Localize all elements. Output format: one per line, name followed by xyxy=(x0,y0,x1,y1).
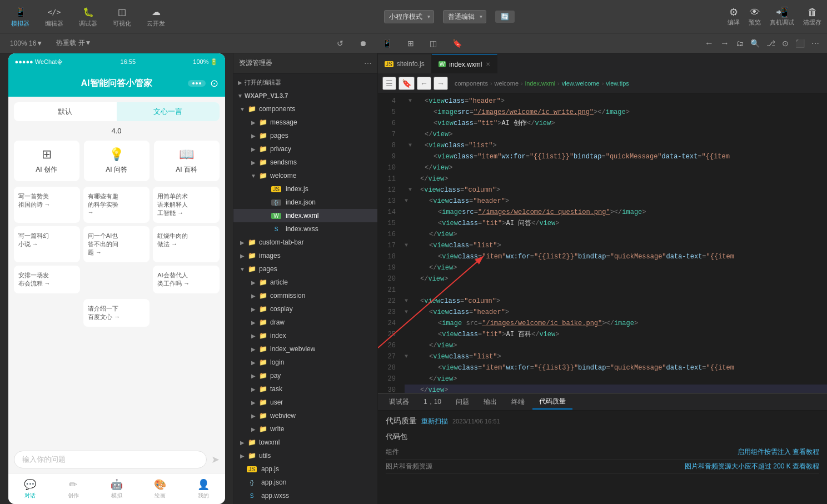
tree-pages[interactable]: ▼ 📁 pages xyxy=(233,262,377,276)
file-action-more[interactable]: ⋯ xyxy=(364,59,372,68)
quick-item-3[interactable]: 写一篇科幻 小说 → xyxy=(14,226,80,262)
compile-select-wrapper[interactable]: 普通编辑 xyxy=(443,10,486,23)
tree-index-page[interactable]: ▶ 📁 index xyxy=(233,329,377,342)
tree-user[interactable]: ▶ 📁 user xyxy=(233,396,377,409)
tab-terminal[interactable]: 终端 xyxy=(505,395,531,409)
tree-welcome[interactable]: ▼ 📁 welcome xyxy=(233,169,377,182)
toolbar-visual[interactable]: ◫ 可视化 xyxy=(107,3,137,30)
editor-nav-back[interactable]: ← xyxy=(417,77,431,90)
bookmark-btn[interactable]: 🔖 xyxy=(450,38,464,49)
tree-section-open[interactable]: ▶ 打开的编辑器 xyxy=(233,76,377,89)
nav-chat[interactable]: 💬 对话 xyxy=(8,478,52,500)
nav-draw[interactable]: 🎨 绘画 xyxy=(138,478,182,500)
quick-item-10[interactable]: 请介绍一下 百度文心 → xyxy=(83,299,150,327)
tree-index-webview[interactable]: ▶ 📁 index_webview xyxy=(233,342,377,356)
debug-nav-btn[interactable]: ⊙ xyxy=(780,38,791,49)
quick-item-1[interactable]: 有哪些有趣 的科学实验 → xyxy=(83,187,150,223)
quick-item-2[interactable]: 用简单的术 语来解释人 工智能 → xyxy=(153,187,219,223)
tree-app-json[interactable]: {} app.json xyxy=(233,476,377,489)
search-nav-btn[interactable]: 🔍 xyxy=(748,38,762,49)
more-nav-btn[interactable]: ⋯ xyxy=(809,38,821,49)
feature-write[interactable]: ⊞ AI 创作 xyxy=(14,141,79,181)
tree-index-wxml[interactable]: W index.wxml xyxy=(233,209,377,222)
nav-right-btn[interactable]: → xyxy=(718,37,731,49)
nav-simulate[interactable]: 🤖 模拟 xyxy=(95,478,138,500)
grid-btn[interactable]: ⊞ xyxy=(405,38,416,49)
code-editor[interactable]: 4 5 6 7 8 9 10 11 12 13 14 15 16 17 18 1… xyxy=(378,93,827,393)
tree-webview[interactable]: ▶ 📁 webview xyxy=(233,409,377,422)
zoom-control[interactable]: 100% 16▼ xyxy=(6,38,47,48)
breadcrumb-view-welcome[interactable]: view.welcome xyxy=(562,80,600,87)
collapse-4[interactable]: ▼ xyxy=(405,96,416,107)
rescan-btn[interactable]: 重新扫描 xyxy=(421,417,448,426)
mode-select[interactable]: 小程序模式 xyxy=(384,10,434,23)
tab-output[interactable]: 输出 xyxy=(477,395,504,409)
compile-action[interactable]: ⚙ 编译 xyxy=(728,6,740,27)
tree-cosplay[interactable]: ▶ 📁 cosplay xyxy=(233,302,377,316)
quality-link-1[interactable]: 图片和音频资源大小应不超过 200 K 查看教程 xyxy=(685,462,819,471)
tree-sendsms[interactable]: ▶ 📁 sendsms xyxy=(233,156,377,169)
clear-cache-action[interactable]: 🗑 清缓存 xyxy=(803,7,821,27)
real-device-action[interactable]: 📲 真机调试 xyxy=(770,6,794,27)
feature-baike[interactable]: 📖 AI 百科 xyxy=(154,141,220,181)
tree-section-wxapp[interactable]: ▼ WXAPP_V1.3.7 xyxy=(233,89,377,102)
mode-select-wrapper[interactable]: 小程序模式 xyxy=(384,10,434,23)
phone-camera-icon[interactable]: ⊙ xyxy=(210,77,218,89)
preview-action[interactable]: 👁 预览 xyxy=(749,7,761,27)
tab-debugger[interactable]: 调试器 xyxy=(382,395,416,409)
quick-item-8[interactable]: AI会替代人 类工作吗 → xyxy=(153,266,219,293)
quick-item-0[interactable]: 写一首赞美 祖国的诗 → xyxy=(14,187,80,223)
tree-components[interactable]: ▼ 📁 components xyxy=(233,102,377,116)
compile-btn[interactable]: 🔄 xyxy=(495,11,515,23)
toolbar-simulator[interactable]: 📱 模拟器 xyxy=(6,3,35,30)
phone-body[interactable]: 默认 文心一言 4.0 ⊞ AI 创作 💡 AI 问答 📖 xyxy=(8,97,225,446)
feature-qa[interactable]: 💡 AI 问答 xyxy=(84,141,150,181)
tab-problems[interactable]: 问题 xyxy=(449,395,476,409)
git-nav-btn[interactable]: ⎇ xyxy=(764,38,778,49)
toolbar-debugger[interactable]: 🐛 调试器 xyxy=(73,3,103,30)
tree-write[interactable]: ▶ 📁 write xyxy=(233,422,377,436)
tree-pay[interactable]: ▶ 📁 pay xyxy=(233,369,377,382)
quality-link-0[interactable]: 启用组件按需注入 查看教程 xyxy=(738,447,819,457)
record-btn[interactable]: ⏺ xyxy=(357,38,369,49)
breadcrumb-welcome[interactable]: welcome xyxy=(495,80,519,87)
phone-send-icon[interactable]: ➤ xyxy=(211,453,220,466)
ext-nav-btn[interactable]: ⬛ xyxy=(793,38,807,49)
tree-utils[interactable]: ▶ 📁 utils xyxy=(233,449,377,462)
quick-item-6[interactable]: 安排一场发 布会流程 → xyxy=(14,266,80,293)
tree-commission[interactable]: ▶ 📁 commission xyxy=(233,289,377,302)
quick-item-5[interactable]: 红烧牛肉的 做法 → xyxy=(153,226,219,262)
model-tab-default[interactable]: 默认 xyxy=(14,102,117,121)
tree-app-wxss[interactable]: S app.wxss xyxy=(233,489,377,502)
phone-input[interactable]: 输入你的问题 xyxy=(14,451,207,468)
tree-towxml[interactable]: ▶ 📁 towxml xyxy=(233,436,377,449)
tree-index-js[interactable]: JS index.js xyxy=(233,182,377,196)
editor-nav-forward[interactable]: → xyxy=(434,77,448,90)
tree-index-json[interactable]: {} index.json xyxy=(233,196,377,209)
tree-images[interactable]: ▶ 📁 images xyxy=(233,249,377,262)
tree-app-js[interactable]: JS app.js xyxy=(233,462,377,476)
tree-pages-comp[interactable]: ▶ 📁 pages xyxy=(233,129,377,142)
refresh-btn[interactable]: ↺ xyxy=(335,38,346,49)
tab-code-quality[interactable]: 代码质量 xyxy=(532,395,572,410)
wxml-tab-close[interactable]: ✕ xyxy=(486,61,490,67)
toolbar-editor[interactable]: </> 编辑器 xyxy=(39,3,69,30)
tree-custom-tab-bar[interactable]: ▶ 📁 custom-tab-bar xyxy=(233,236,377,249)
breadcrumb-file[interactable]: index.wxml xyxy=(525,80,555,87)
editor-nav-list-icon[interactable]: ☰ xyxy=(382,77,396,90)
tree-privacy[interactable]: ▶ 📁 privacy xyxy=(233,142,377,156)
model-tab-wenxin[interactable]: 文心一言 xyxy=(117,102,220,121)
editor-nav-bookmark-icon[interactable]: 🔖 xyxy=(398,77,415,90)
nav-left-btn[interactable]: ← xyxy=(703,37,716,49)
toolbar-cloud[interactable]: ☁ 云开发 xyxy=(141,3,171,30)
file-tree[interactable]: ▶ 打开的编辑器 ▼ WXAPP_V1.3.7 ▼ 📁 components ▶… xyxy=(233,73,377,504)
phone-more-btn[interactable] xyxy=(188,80,206,87)
file-nav-btn[interactable]: 🗂 xyxy=(734,38,746,49)
nav-mine[interactable]: 👤 我的 xyxy=(182,478,225,500)
tab-index-wxml[interactable]: W index.wxml ✕ xyxy=(432,54,497,73)
tab-siteinfo[interactable]: JS siteinfo.js xyxy=(378,54,432,73)
tree-message[interactable]: ▶ 📁 message xyxy=(233,116,377,129)
tree-login[interactable]: ▶ 📁 login xyxy=(233,356,377,369)
quick-item-4[interactable]: 问一个AI也 答不出的问 题 → xyxy=(83,226,150,262)
phone-btn[interactable]: 📱 xyxy=(380,38,394,49)
